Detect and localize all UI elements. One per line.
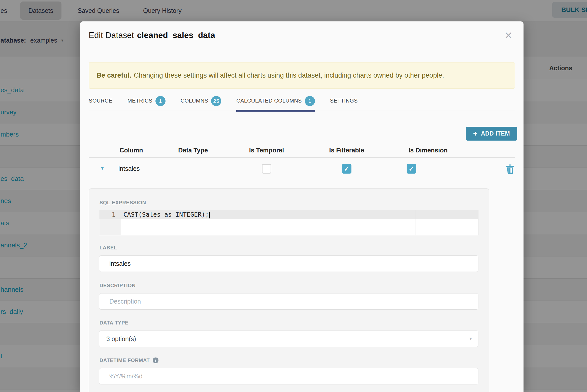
header-column: Column: [119, 147, 143, 154]
modal-title: Edit Dataset: [89, 30, 134, 40]
tab-label: COLUMNS: [181, 98, 208, 104]
tab-columns[interactable]: COLUMNS 25: [181, 91, 221, 111]
close-icon[interactable]: ✕: [504, 21, 512, 49]
is-filterable-checkbox[interactable]: ✓: [342, 164, 351, 174]
modal-title-dataset-name: cleaned_sales_data: [137, 30, 215, 40]
modal-header: Edit Dataset cleaned_sales_data ✕: [80, 21, 524, 49]
info-icon[interactable]: i: [153, 357, 158, 363]
data-type-select[interactable]: 3 option(s) ▼: [99, 331, 478, 347]
check-icon: ✓: [344, 165, 350, 173]
add-item-button[interactable]: + ADD ITEM: [466, 127, 517, 141]
data-type-field-label: DATA TYPE: [100, 320, 128, 326]
calculated-column-name: intsales: [118, 165, 140, 172]
header-is-filterable: Is Filterable: [329, 147, 364, 154]
sql-code-editor[interactable]: 1 CAST(Sales as INTEGER);: [99, 210, 478, 235]
tab-source[interactable]: SOURCE: [89, 91, 112, 111]
plus-icon: +: [473, 129, 477, 138]
header-data-type: Data Type: [178, 147, 208, 154]
tab-settings[interactable]: SETTINGS: [330, 91, 358, 111]
table-header-rule: [89, 157, 515, 158]
editor-line-number: 1: [99, 210, 115, 219]
datetime-format-input[interactable]: [99, 368, 478, 384]
data-type-value: 3 option(s): [106, 335, 136, 343]
label-field-label: LABEL: [100, 245, 117, 251]
expand-row-caret-icon[interactable]: ▼: [100, 166, 105, 171]
tab-label: SOURCE: [89, 98, 112, 104]
tab-metrics[interactable]: METRICS 1: [127, 91, 166, 111]
modal-tabs: SOURCE METRICS 1 COLUMNS 25 CALCULATED C…: [89, 91, 515, 111]
warning-bold: Be careful.: [96, 72, 131, 79]
sql-expression-code: CAST(Sales as INTEGER);: [123, 210, 210, 219]
tab-label: CALCULATED COLUMNS: [236, 98, 302, 104]
columns-count-badge: 25: [211, 96, 221, 106]
check-icon: ✓: [409, 165, 414, 173]
is-dimension-checkbox[interactable]: ✓: [407, 164, 416, 174]
datetime-format-field-label: DATETIME FORMAT i: [100, 357, 158, 363]
trash-icon[interactable]: [506, 164, 514, 174]
metrics-count-badge: 1: [155, 96, 166, 106]
add-item-label: ADD ITEM: [481, 130, 510, 137]
calculated-columns-count-badge: 1: [305, 96, 315, 106]
label-input[interactable]: [99, 255, 478, 272]
warning-banner: Be careful. Changing these settings will…: [89, 62, 515, 89]
edit-dataset-modal: Edit Dataset cleaned_sales_data ✕ Be car…: [80, 21, 524, 392]
tab-label: SETTINGS: [330, 98, 358, 104]
header-is-dimension: Is Dimension: [408, 147, 448, 154]
sql-expression-label: SQL EXPRESSION: [100, 200, 146, 206]
editor-print-margin: [415, 210, 415, 235]
text-cursor: [209, 212, 210, 218]
tab-label: METRICS: [127, 98, 152, 104]
description-input[interactable]: [99, 293, 478, 310]
description-field-label: DESCRIPTION: [100, 283, 136, 288]
header-is-temporal: Is Temporal: [249, 147, 284, 154]
warning-text: Changing these settings will affect all …: [134, 72, 444, 79]
calculated-column-editor-panel: SQL EXPRESSION 1 CAST(Sales as INTEGER);…: [89, 188, 489, 392]
chevron-down-icon: ▼: [469, 337, 473, 341]
is-temporal-checkbox[interactable]: [262, 164, 271, 174]
tab-calculated-columns[interactable]: CALCULATED COLUMNS 1: [236, 91, 315, 111]
datetime-format-label-text: DATETIME FORMAT: [100, 357, 150, 363]
